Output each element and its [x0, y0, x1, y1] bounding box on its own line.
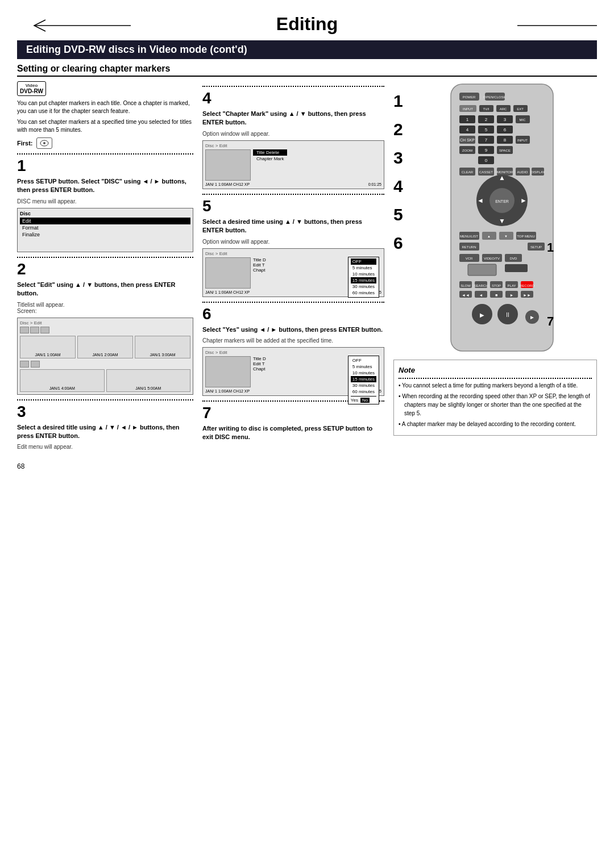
- svg-text:▶: ▶: [480, 312, 484, 318]
- step-1-dots: [17, 153, 193, 155]
- intro-text-1: You can put chapter markers in each titl…: [17, 99, 193, 115]
- svg-text:POWER: POWER: [463, 95, 476, 99]
- thumb-3: JAN/1 3:00AM: [135, 336, 190, 358]
- big-num-2: 2: [393, 121, 403, 138]
- svg-text:EXT: EXT: [517, 107, 524, 111]
- step-5-note: Option window will appear.: [202, 239, 384, 245]
- step6-popup-60min: 60 minutes: [351, 389, 376, 395]
- step5-popup-60min: 60 minutes: [351, 290, 376, 296]
- step6-label-editt: Edit T: [253, 361, 266, 366]
- dvd-rw-label: DVD-RW: [20, 88, 43, 94]
- first-label-row: First:: [17, 137, 193, 149]
- svg-text:SETUP: SETUP: [530, 245, 542, 249]
- step5-popup-off: OFF: [351, 258, 376, 265]
- svg-text:►►: ►►: [523, 293, 531, 297]
- step4-chapter-mark: Chapter Mark: [253, 156, 287, 162]
- disc-menu-format: Format: [20, 224, 190, 231]
- titlelist-screen: Disc > Edit JAN/1 1:00AM JAN/1 2:00AM JA…: [17, 318, 193, 395]
- svg-text:PLAY: PLAY: [508, 284, 516, 287]
- step5-screen: Disc > Edit Title D Edit T Chapt OFF 5 m…: [202, 248, 384, 297]
- svg-text:AUDIO: AUDIO: [517, 170, 528, 174]
- step-5-dots: [202, 194, 384, 195]
- disc-menu-screen: Disc Edit Format Finalize: [17, 208, 193, 252]
- svg-text:ENTER: ENTER: [495, 199, 509, 203]
- svg-text:►: ►: [529, 314, 535, 320]
- step4-screen-body: Title Delete Chapter Mark: [205, 149, 381, 181]
- step5-popup-15min: 15 minutes: [351, 277, 376, 283]
- disc-menu-finalize: Finalize: [20, 231, 190, 238]
- step-7-text: After writing to disc is completed, pres…: [202, 424, 384, 442]
- svg-text:INPUT: INPUT: [517, 139, 528, 142]
- big-num-6: 6: [393, 235, 403, 252]
- svg-text:II: II: [507, 312, 510, 318]
- svg-text:MENU/LIST: MENU/LIST: [460, 235, 478, 238]
- svg-text:7: 7: [485, 137, 488, 143]
- step-2-dots: [17, 257, 193, 258]
- note-item-3: A chapter marker may be delayed accordin…: [399, 420, 592, 428]
- step-6-number: 6: [202, 305, 384, 323]
- step-5-number: 5: [202, 197, 384, 215]
- step6-popup-15min: 15 minutes: [351, 376, 376, 382]
- thumbs-top-row: JAN/1 1:00AM JAN/1 2:00AM JAN/1 3:00AM: [20, 336, 190, 358]
- svg-text:MIC: MIC: [520, 118, 526, 122]
- step5-popup: OFF 5 minutes 10 minutes 15 minutes 30 m…: [348, 257, 379, 298]
- big-num-4: 4: [393, 178, 403, 195]
- intro-text-2: You can set chapter markers at a specifi…: [17, 118, 193, 134]
- thumbs-bottom: JAN/1 4:00AM JAN/1 5:00AM: [20, 369, 190, 392]
- svg-text:9: 9: [485, 148, 488, 153]
- step6-popup-30min: 30 minutes: [351, 382, 376, 389]
- big-num-3: 3: [393, 149, 403, 166]
- dvd-logo-box: Video DVD-RW: [17, 81, 46, 96]
- svg-text:VCR: VCR: [466, 257, 473, 260]
- svg-text:ARC: ARC: [500, 107, 507, 111]
- disc-menu-edit: Edit: [20, 218, 190, 224]
- step-6-text: Select "Yes" using ◄ / ► buttons, then p…: [202, 326, 384, 334]
- titlelist-header: Disc > Edit: [20, 320, 190, 326]
- svg-text:▲: ▲: [487, 235, 491, 238]
- step-4-dots: [202, 86, 384, 87]
- dvd-logo: Video DVD-RW: [17, 81, 193, 96]
- step-1-text: Press SETUP button. Select "DISC" using …: [17, 177, 193, 195]
- step6-label-titled: Title D: [253, 356, 266, 361]
- step6-label-chapt: Chapt: [253, 366, 266, 372]
- step6-screen: Disc > Edit Title D Edit T Chapt OFF 5 m…: [202, 347, 384, 396]
- titlelist-icons: [20, 327, 190, 333]
- disc-menu-header: Disc: [20, 211, 190, 216]
- svg-text:SLOW: SLOW: [461, 284, 471, 287]
- sub-header: Setting or clearing chapter markers: [17, 64, 597, 77]
- thumb-5: JAN/1 5:00AM: [106, 369, 191, 392]
- svg-point-3: [43, 142, 45, 144]
- step6-preview: [205, 356, 251, 387]
- step4-screen-header: Disc > Edit: [205, 143, 381, 148]
- svg-text:TV/I: TV/I: [483, 107, 489, 111]
- step-2-note: Titlelist will appear.Screen:: [17, 302, 193, 314]
- svg-text:ZOOM: ZOOM: [462, 149, 472, 152]
- svg-text:INPUT: INPUT: [463, 107, 473, 111]
- svg-text:◄: ◄: [477, 197, 484, 205]
- step6-yes: Yes: [351, 398, 358, 403]
- icon1: [20, 327, 29, 333]
- step-3-note: Edit menu will appear.: [17, 444, 193, 450]
- svg-text:2: 2: [485, 117, 488, 122]
- svg-text:TOP MENU: TOP MENU: [517, 235, 535, 238]
- step6-screen-body: Title D Edit T Chapt OFF 5 minutes 10 mi…: [205, 356, 381, 387]
- step6-screen-header: Disc > Edit: [205, 350, 381, 355]
- note-title: Note: [399, 365, 592, 379]
- icon4: [20, 361, 29, 368]
- svg-text:RECORD: RECORD: [520, 284, 535, 287]
- svg-text:►: ►: [510, 293, 514, 297]
- svg-text:3: 3: [504, 117, 507, 122]
- svg-text:RETURN: RETURN: [462, 245, 476, 249]
- step-2-text: Select "Edit" using ▲ / ▼ buttons, then …: [17, 281, 193, 298]
- left-column: Video DVD-RW You can put chapter markers…: [17, 81, 193, 453]
- step-4-note: Option window will appear.: [202, 131, 384, 137]
- svg-text:▲: ▲: [499, 174, 505, 182]
- step-4-text: Select "Chapter Mark" using ▲ / ▼ button…: [202, 110, 384, 127]
- step6-popup-off: OFF: [351, 357, 376, 364]
- right-panel-layout: 1 2 3 4 5 6 POWER OPEN/CLOSE: [393, 81, 597, 354]
- step5-labels: Title D Edit T Chapt: [253, 257, 266, 289]
- svg-text:►: ►: [520, 197, 527, 205]
- step6-popup-10min: 10 minutes: [351, 370, 376, 376]
- big-num-1: 1: [393, 93, 403, 110]
- page-number: 68: [17, 462, 597, 470]
